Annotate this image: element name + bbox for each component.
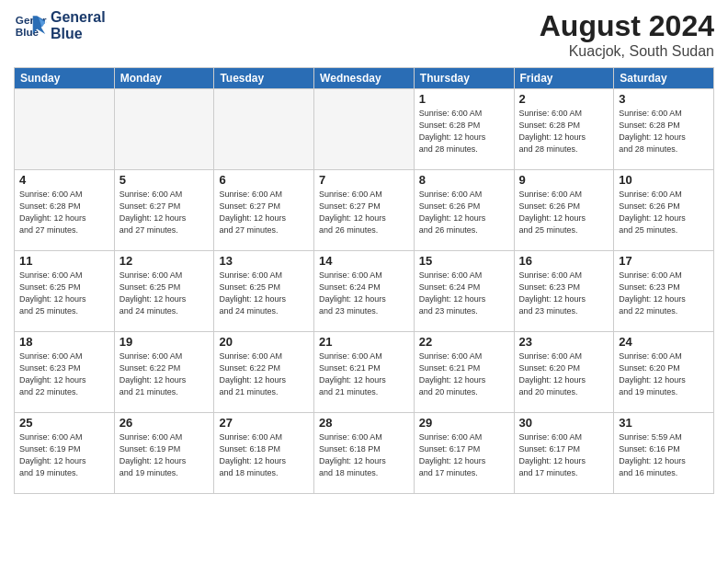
table-row: 5Sunrise: 6:00 AM Sunset: 6:27 PM Daylig… (114, 170, 214, 251)
day-number: 18 (19, 335, 109, 349)
day-number: 13 (219, 254, 309, 268)
table-row: 4Sunrise: 6:00 AM Sunset: 6:28 PM Daylig… (15, 170, 115, 251)
table-row: 22Sunrise: 6:00 AM Sunset: 6:21 PM Dayli… (414, 332, 514, 413)
day-detail: Sunrise: 6:00 AM Sunset: 6:21 PM Dayligh… (419, 350, 509, 398)
day-number: 21 (319, 335, 409, 349)
day-number: 31 (619, 416, 709, 430)
day-detail: Sunrise: 5:59 AM Sunset: 6:16 PM Dayligh… (619, 431, 709, 479)
table-row (314, 89, 415, 170)
table-row: 30Sunrise: 6:00 AM Sunset: 6:17 PM Dayli… (514, 413, 614, 494)
weekday-header-wednesday: Wednesday (314, 68, 415, 89)
weekday-header-tuesday: Tuesday (214, 68, 314, 89)
day-number: 4 (19, 173, 109, 187)
day-detail: Sunrise: 6:00 AM Sunset: 6:17 PM Dayligh… (419, 431, 509, 479)
table-row (114, 89, 214, 170)
table-row: 16Sunrise: 6:00 AM Sunset: 6:23 PM Dayli… (514, 251, 614, 332)
table-row: 2Sunrise: 6:00 AM Sunset: 6:28 PM Daylig… (514, 89, 614, 170)
logo-blue: Blue (51, 26, 106, 42)
day-detail: Sunrise: 6:00 AM Sunset: 6:28 PM Dayligh… (619, 108, 709, 155)
weekday-header-row: SundayMondayTuesdayWednesdayThursdayFrid… (15, 68, 714, 89)
logo-icon: General Blue (14, 9, 47, 42)
day-detail: Sunrise: 6:00 AM Sunset: 6:23 PM Dayligh… (619, 270, 709, 317)
day-detail: Sunrise: 6:00 AM Sunset: 6:19 PM Dayligh… (119, 431, 210, 479)
weekday-header-monday: Monday (114, 68, 214, 89)
logo-general: General (51, 9, 106, 26)
logo: General Blue General Blue (14, 9, 106, 42)
table-row: 28Sunrise: 6:00 AM Sunset: 6:18 PM Dayli… (314, 413, 415, 494)
day-detail: Sunrise: 6:00 AM Sunset: 6:18 PM Dayligh… (319, 431, 409, 479)
day-detail: Sunrise: 6:00 AM Sunset: 6:27 PM Dayligh… (319, 189, 409, 236)
day-number: 8 (419, 173, 509, 187)
calendar-week-row: 25Sunrise: 6:00 AM Sunset: 6:19 PM Dayli… (15, 413, 714, 494)
table-row: 6Sunrise: 6:00 AM Sunset: 6:27 PM Daylig… (214, 170, 314, 251)
day-detail: Sunrise: 6:00 AM Sunset: 6:23 PM Dayligh… (519, 270, 609, 317)
day-number: 10 (619, 173, 709, 187)
table-row (214, 89, 314, 170)
day-number: 26 (119, 416, 210, 430)
day-number: 6 (219, 173, 309, 187)
day-detail: Sunrise: 6:00 AM Sunset: 6:24 PM Dayligh… (419, 270, 509, 317)
day-detail: Sunrise: 6:00 AM Sunset: 6:18 PM Dayligh… (219, 431, 309, 479)
table-row: 25Sunrise: 6:00 AM Sunset: 6:19 PM Dayli… (15, 413, 115, 494)
table-row: 13Sunrise: 6:00 AM Sunset: 6:25 PM Dayli… (214, 251, 314, 332)
table-row: 8Sunrise: 6:00 AM Sunset: 6:26 PM Daylig… (414, 170, 514, 251)
day-detail: Sunrise: 6:00 AM Sunset: 6:23 PM Dayligh… (19, 350, 109, 398)
day-number: 23 (519, 335, 609, 349)
day-number: 15 (419, 254, 509, 268)
day-detail: Sunrise: 6:00 AM Sunset: 6:22 PM Dayligh… (219, 350, 309, 398)
day-detail: Sunrise: 6:00 AM Sunset: 6:28 PM Dayligh… (519, 108, 609, 155)
table-row: 27Sunrise: 6:00 AM Sunset: 6:18 PM Dayli… (214, 413, 314, 494)
day-detail: Sunrise: 6:00 AM Sunset: 6:28 PM Dayligh… (19, 189, 109, 236)
table-row: 23Sunrise: 6:00 AM Sunset: 6:20 PM Dayli… (514, 332, 614, 413)
title-block: August 2024 Kuacjok, South Sudan (540, 9, 714, 60)
weekday-header-saturday: Saturday (614, 68, 714, 89)
day-number: 27 (219, 416, 309, 430)
day-detail: Sunrise: 6:00 AM Sunset: 6:19 PM Dayligh… (19, 431, 109, 479)
table-row: 26Sunrise: 6:00 AM Sunset: 6:19 PM Dayli… (114, 413, 214, 494)
table-row: 1Sunrise: 6:00 AM Sunset: 6:28 PM Daylig… (414, 89, 514, 170)
day-detail: Sunrise: 6:00 AM Sunset: 6:21 PM Dayligh… (319, 350, 409, 398)
day-number: 25 (19, 416, 109, 430)
day-number: 29 (419, 416, 509, 430)
day-number: 28 (319, 416, 409, 430)
table-row: 9Sunrise: 6:00 AM Sunset: 6:26 PM Daylig… (514, 170, 614, 251)
day-detail: Sunrise: 6:00 AM Sunset: 6:26 PM Dayligh… (519, 189, 609, 236)
day-number: 22 (419, 335, 509, 349)
day-number: 24 (619, 335, 709, 349)
table-row: 31Sunrise: 5:59 AM Sunset: 6:16 PM Dayli… (614, 413, 714, 494)
table-row: 21Sunrise: 6:00 AM Sunset: 6:21 PM Dayli… (314, 332, 415, 413)
day-number: 1 (419, 92, 509, 106)
day-detail: Sunrise: 6:00 AM Sunset: 6:24 PM Dayligh… (319, 270, 409, 317)
day-number: 7 (319, 173, 409, 187)
table-row: 7Sunrise: 6:00 AM Sunset: 6:27 PM Daylig… (314, 170, 415, 251)
table-row: 3Sunrise: 6:00 AM Sunset: 6:28 PM Daylig… (614, 89, 714, 170)
table-row: 24Sunrise: 6:00 AM Sunset: 6:20 PM Dayli… (614, 332, 714, 413)
weekday-header-sunday: Sunday (15, 68, 115, 89)
day-number: 30 (519, 416, 609, 430)
calendar-week-row: 11Sunrise: 6:00 AM Sunset: 6:25 PM Dayli… (15, 251, 714, 332)
day-number: 19 (119, 335, 210, 349)
day-number: 5 (119, 173, 210, 187)
day-number: 11 (19, 254, 109, 268)
day-detail: Sunrise: 6:00 AM Sunset: 6:28 PM Dayligh… (419, 108, 509, 155)
day-number: 20 (219, 335, 309, 349)
calendar-week-row: 4Sunrise: 6:00 AM Sunset: 6:28 PM Daylig… (15, 170, 714, 251)
table-row: 17Sunrise: 6:00 AM Sunset: 6:23 PM Dayli… (614, 251, 714, 332)
table-row: 10Sunrise: 6:00 AM Sunset: 6:26 PM Dayli… (614, 170, 714, 251)
calendar: SundayMondayTuesdayWednesdayThursdayFrid… (14, 67, 714, 494)
day-detail: Sunrise: 6:00 AM Sunset: 6:25 PM Dayligh… (119, 270, 210, 317)
table-row: 12Sunrise: 6:00 AM Sunset: 6:25 PM Dayli… (114, 251, 214, 332)
page: General Blue General Blue August 2024 Ku… (0, 0, 728, 563)
weekday-header-thursday: Thursday (414, 68, 514, 89)
day-detail: Sunrise: 6:00 AM Sunset: 6:20 PM Dayligh… (619, 350, 709, 398)
header: General Blue General Blue August 2024 Ku… (14, 9, 714, 60)
day-detail: Sunrise: 6:00 AM Sunset: 6:25 PM Dayligh… (219, 270, 309, 317)
day-detail: Sunrise: 6:00 AM Sunset: 6:20 PM Dayligh… (519, 350, 609, 398)
table-row: 15Sunrise: 6:00 AM Sunset: 6:24 PM Dayli… (414, 251, 514, 332)
table-row: 29Sunrise: 6:00 AM Sunset: 6:17 PM Dayli… (414, 413, 514, 494)
day-detail: Sunrise: 6:00 AM Sunset: 6:27 PM Dayligh… (219, 189, 309, 236)
day-number: 14 (319, 254, 409, 268)
day-detail: Sunrise: 6:00 AM Sunset: 6:22 PM Dayligh… (119, 350, 210, 398)
subtitle: Kuacjok, South Sudan (540, 43, 714, 60)
day-number: 16 (519, 254, 609, 268)
